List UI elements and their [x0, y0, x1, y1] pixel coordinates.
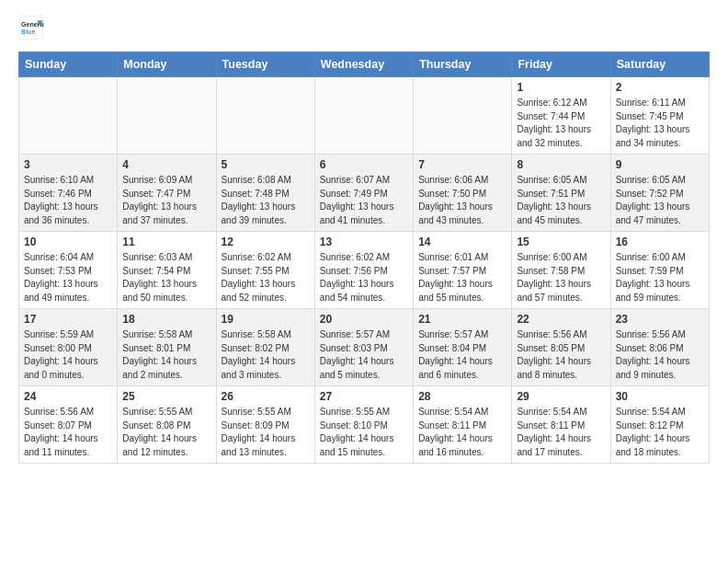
day-number: 11: [122, 236, 210, 248]
day-info: Sunrise: 6:09 AMSunset: 7:47 PMDaylight:…: [122, 174, 210, 227]
calendar-cell: 18Sunrise: 5:58 AMSunset: 8:01 PMDayligh…: [118, 309, 216, 386]
day-number: 18: [122, 313, 210, 326]
day-info: Sunrise: 5:58 AMSunset: 8:02 PMDaylight:…: [222, 328, 310, 382]
day-number: 2: [616, 81, 704, 94]
logo-icon: General Blue: [18, 15, 44, 40]
calendar-table: SundayMondayTuesdayWednesdayThursdayFrid…: [18, 52, 710, 464]
day-number: 4: [122, 158, 210, 171]
weekday-header: Sunday: [19, 52, 118, 77]
calendar-cell: [19, 77, 118, 155]
day-number: 3: [24, 158, 112, 171]
calendar-cell: 20Sunrise: 5:57 AMSunset: 8:03 PMDayligh…: [314, 309, 413, 386]
calendar-cell: 8Sunrise: 6:05 AMSunset: 7:51 PMDaylight…: [512, 155, 610, 232]
day-info: Sunrise: 6:02 AMSunset: 7:55 PMDaylight:…: [222, 251, 310, 304]
calendar-cell: 17Sunrise: 5:59 AMSunset: 8:00 PMDayligh…: [19, 309, 118, 386]
day-number: 9: [616, 158, 704, 171]
calendar-cell: 19Sunrise: 5:58 AMSunset: 8:02 PMDayligh…: [216, 309, 314, 386]
day-info: Sunrise: 6:11 AMSunset: 7:45 PMDaylight:…: [616, 97, 704, 150]
day-number: 16: [616, 236, 704, 248]
calendar-week-row: 3Sunrise: 6:10 AMSunset: 7:46 PMDaylight…: [19, 155, 710, 232]
day-number: 17: [24, 313, 112, 326]
day-number: 19: [222, 313, 310, 326]
day-info: Sunrise: 5:57 AMSunset: 8:03 PMDaylight:…: [320, 328, 408, 382]
calendar-cell: 16Sunrise: 6:00 AMSunset: 7:59 PMDayligh…: [610, 232, 709, 309]
calendar-cell: 22Sunrise: 5:56 AMSunset: 8:05 PMDayligh…: [512, 309, 610, 386]
calendar-cell: 10Sunrise: 6:04 AMSunset: 7:53 PMDayligh…: [19, 232, 118, 309]
calendar-cell: 12Sunrise: 6:02 AMSunset: 7:55 PMDayligh…: [216, 232, 314, 309]
calendar-week-row: 17Sunrise: 5:59 AMSunset: 8:00 PMDayligh…: [19, 309, 710, 386]
day-info: Sunrise: 5:55 AMSunset: 8:09 PMDaylight:…: [222, 406, 310, 459]
day-info: Sunrise: 5:56 AMSunset: 8:07 PMDaylight:…: [24, 406, 112, 459]
day-number: 22: [517, 313, 605, 326]
day-number: 8: [517, 158, 605, 171]
calendar-cell: 7Sunrise: 6:06 AMSunset: 7:50 PMDaylight…: [414, 155, 512, 232]
day-number: 20: [320, 313, 408, 326]
calendar-cell: 25Sunrise: 5:55 AMSunset: 8:08 PMDayligh…: [118, 386, 216, 464]
weekday-header: Friday: [512, 52, 610, 77]
day-number: 1: [517, 81, 605, 94]
day-number: 12: [222, 236, 310, 248]
day-info: Sunrise: 5:58 AMSunset: 8:01 PMDaylight:…: [122, 328, 210, 382]
day-number: 10: [24, 236, 112, 248]
logo: General Blue: [18, 15, 44, 40]
day-number: 15: [517, 236, 605, 248]
calendar-cell: 24Sunrise: 5:56 AMSunset: 8:07 PMDayligh…: [19, 386, 118, 464]
calendar-cell: 15Sunrise: 6:00 AMSunset: 7:58 PMDayligh…: [512, 232, 610, 309]
day-info: Sunrise: 5:55 AMSunset: 8:08 PMDaylight:…: [122, 406, 210, 459]
day-info: Sunrise: 6:12 AMSunset: 7:44 PMDaylight:…: [517, 97, 605, 150]
day-info: Sunrise: 6:04 AMSunset: 7:53 PMDaylight:…: [24, 251, 112, 304]
calendar-cell: 9Sunrise: 6:05 AMSunset: 7:52 PMDaylight…: [610, 155, 709, 232]
weekday-header: Saturday: [610, 52, 709, 77]
day-number: 26: [222, 390, 310, 403]
day-info: Sunrise: 5:56 AMSunset: 8:06 PMDaylight:…: [616, 328, 704, 382]
day-number: 14: [418, 236, 506, 248]
weekday-header: Tuesday: [216, 52, 314, 77]
day-info: Sunrise: 5:59 AMSunset: 8:00 PMDaylight:…: [24, 328, 112, 382]
day-number: 30: [616, 390, 704, 403]
day-info: Sunrise: 6:00 AMSunset: 7:58 PMDaylight:…: [517, 251, 605, 304]
day-info: Sunrise: 6:05 AMSunset: 7:52 PMDaylight:…: [616, 174, 704, 227]
calendar-cell: 13Sunrise: 6:02 AMSunset: 7:56 PMDayligh…: [314, 232, 413, 309]
day-info: Sunrise: 6:05 AMSunset: 7:51 PMDaylight:…: [517, 174, 605, 227]
calendar-cell: 30Sunrise: 5:54 AMSunset: 8:12 PMDayligh…: [610, 386, 709, 464]
day-info: Sunrise: 6:02 AMSunset: 7:56 PMDaylight:…: [320, 251, 408, 304]
svg-text:Blue: Blue: [21, 29, 35, 35]
day-info: Sunrise: 6:00 AMSunset: 7:59 PMDaylight:…: [616, 251, 704, 304]
page: General Blue SundayMondayTuesdayWednesda…: [0, 0, 728, 482]
day-number: 29: [517, 390, 605, 403]
calendar-cell: [118, 77, 216, 155]
day-info: Sunrise: 6:01 AMSunset: 7:57 PMDaylight:…: [418, 251, 506, 304]
calendar-cell: 14Sunrise: 6:01 AMSunset: 7:57 PMDayligh…: [414, 232, 512, 309]
calendar-cell: [314, 77, 413, 155]
day-info: Sunrise: 5:56 AMSunset: 8:05 PMDaylight:…: [517, 328, 605, 382]
calendar-cell: 11Sunrise: 6:03 AMSunset: 7:54 PMDayligh…: [118, 232, 216, 309]
calendar-cell: 4Sunrise: 6:09 AMSunset: 7:47 PMDaylight…: [118, 155, 216, 232]
calendar-cell: 26Sunrise: 5:55 AMSunset: 8:09 PMDayligh…: [216, 386, 314, 464]
day-info: Sunrise: 5:54 AMSunset: 8:12 PMDaylight:…: [616, 406, 704, 459]
day-number: 27: [320, 390, 408, 403]
calendar-header-row: SundayMondayTuesdayWednesdayThursdayFrid…: [19, 52, 710, 77]
calendar-cell: 5Sunrise: 6:08 AMSunset: 7:48 PMDaylight…: [216, 155, 314, 232]
calendar-cell: [414, 77, 512, 155]
calendar-cell: 21Sunrise: 5:57 AMSunset: 8:04 PMDayligh…: [414, 309, 512, 386]
day-info: Sunrise: 6:08 AMSunset: 7:48 PMDaylight:…: [222, 174, 310, 227]
calendar-week-row: 1Sunrise: 6:12 AMSunset: 7:44 PMDaylight…: [19, 77, 710, 155]
day-number: 5: [222, 158, 310, 171]
calendar-week-row: 10Sunrise: 6:04 AMSunset: 7:53 PMDayligh…: [19, 232, 710, 309]
calendar-cell: 27Sunrise: 5:55 AMSunset: 8:10 PMDayligh…: [314, 386, 413, 464]
day-info: Sunrise: 5:57 AMSunset: 8:04 PMDaylight:…: [418, 328, 506, 382]
day-number: 21: [418, 313, 506, 326]
calendar-cell: 23Sunrise: 5:56 AMSunset: 8:06 PMDayligh…: [610, 309, 709, 386]
day-info: Sunrise: 5:55 AMSunset: 8:10 PMDaylight:…: [320, 406, 408, 459]
weekday-header: Monday: [118, 52, 216, 77]
calendar-cell: 2Sunrise: 6:11 AMSunset: 7:45 PMDaylight…: [610, 77, 709, 155]
calendar-cell: 28Sunrise: 5:54 AMSunset: 8:11 PMDayligh…: [414, 386, 512, 464]
calendar-week-row: 24Sunrise: 5:56 AMSunset: 8:07 PMDayligh…: [19, 386, 710, 464]
day-number: 28: [418, 390, 506, 403]
weekday-header: Wednesday: [314, 52, 413, 77]
header: General Blue: [18, 15, 710, 40]
weekday-header: Thursday: [414, 52, 512, 77]
calendar-cell: 1Sunrise: 6:12 AMSunset: 7:44 PMDaylight…: [512, 77, 610, 155]
day-number: 25: [122, 390, 210, 403]
calendar-cell: 29Sunrise: 5:54 AMSunset: 8:11 PMDayligh…: [512, 386, 610, 464]
